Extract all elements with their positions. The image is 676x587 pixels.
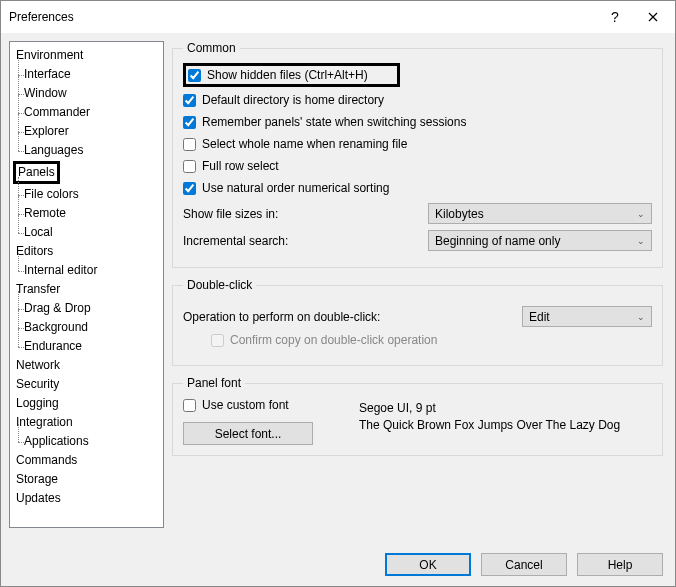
natural-order-checkbox[interactable] [183,182,196,195]
help-icon[interactable]: ? [599,1,631,33]
settings-pane: Common Show hidden files (Ctrl+Alt+H) De… [172,41,667,528]
full-row-label: Full row select [202,159,279,173]
titlebar: Preferences ? [1,1,675,33]
use-custom-font-checkbox[interactable] [183,399,196,412]
cancel-button[interactable]: Cancel [481,553,567,576]
dialog-buttons: OK Cancel Help [385,553,663,576]
category-tree[interactable]: Environment Interface Window Commander E… [9,41,164,528]
tree-network[interactable]: Network [10,356,163,375]
common-legend: Common [183,41,240,55]
tree-transfer[interactable]: Transfer [10,280,163,299]
tree-commander[interactable]: Commander [10,103,163,122]
remember-panels-checkbox[interactable] [183,116,196,129]
dblclick-op-select[interactable]: Edit ⌄ [522,306,652,327]
font-sample: Segoe UI, 9 pt The Quick Brown Fox Jumps… [359,398,652,434]
select-whole-checkbox[interactable] [183,138,196,151]
panelfont-group: Panel font Use custom font Select font..… [172,376,663,456]
select-whole-label: Select whole name when renaming file [202,137,407,151]
tree-updates[interactable]: Updates [10,489,163,508]
panelfont-legend: Panel font [183,376,245,390]
tree-integration[interactable]: Integration [10,413,163,432]
common-group: Common Show hidden files (Ctrl+Alt+H) De… [172,41,663,268]
tree-languages[interactable]: Languages [10,141,163,160]
tree-applications[interactable]: Applications [10,432,163,451]
tree-window[interactable]: Window [10,84,163,103]
show-hidden-checkbox[interactable] [188,69,201,82]
show-sizes-label: Show file sizes in: [183,207,428,221]
preferences-window: Preferences ? Environment Interface Wind… [0,0,676,587]
chevron-down-icon: ⌄ [637,209,645,219]
window-title: Preferences [9,10,599,24]
chevron-down-icon: ⌄ [637,236,645,246]
tree-explorer[interactable]: Explorer [10,122,163,141]
tree-filecolors[interactable]: File colors [10,185,163,204]
tree-interface[interactable]: Interface [10,65,163,84]
show-hidden-row: Show hidden files (Ctrl+Alt+H) [183,63,400,87]
confirm-copy-checkbox [211,334,224,347]
tree-security[interactable]: Security [10,375,163,394]
help-button[interactable]: Help [577,553,663,576]
default-dir-checkbox[interactable] [183,94,196,107]
tree-background[interactable]: Background [10,318,163,337]
tree-panels[interactable]: Panels [10,160,163,185]
full-row-checkbox[interactable] [183,160,196,173]
tree-internaleditor[interactable]: Internal editor [10,261,163,280]
tree-dragdrop[interactable]: Drag & Drop [10,299,163,318]
tree-editors[interactable]: Editors [10,242,163,261]
tree-environment[interactable]: Environment [10,46,163,65]
tree-commands[interactable]: Commands [10,451,163,470]
default-dir-label: Default directory is home directory [202,93,384,107]
doubleclick-legend: Double-click [183,278,256,292]
ok-button[interactable]: OK [385,553,471,576]
tree-local[interactable]: Local [10,223,163,242]
tree-storage[interactable]: Storage [10,470,163,489]
remember-panels-label: Remember panels' state when switching se… [202,115,466,129]
tree-endurance[interactable]: Endurance [10,337,163,356]
inc-search-select[interactable]: Beginning of name only ⌄ [428,230,652,251]
select-font-button[interactable]: Select font... [183,422,313,445]
show-sizes-select[interactable]: Kilobytes ⌄ [428,203,652,224]
chevron-down-icon: ⌄ [637,312,645,322]
dblclick-op-label: Operation to perform on double-click: [183,310,483,324]
inc-search-label: Incremental search: [183,234,428,248]
close-icon[interactable] [631,1,675,33]
tree-remote[interactable]: Remote [10,204,163,223]
tree-logging[interactable]: Logging [10,394,163,413]
use-custom-font-label: Use custom font [202,398,289,412]
confirm-copy-label: Confirm copy on double-click operation [230,333,437,347]
doubleclick-group: Double-click Operation to perform on dou… [172,278,663,366]
show-hidden-label: Show hidden files (Ctrl+Alt+H) [207,68,368,82]
natural-order-label: Use natural order numerical sorting [202,181,389,195]
